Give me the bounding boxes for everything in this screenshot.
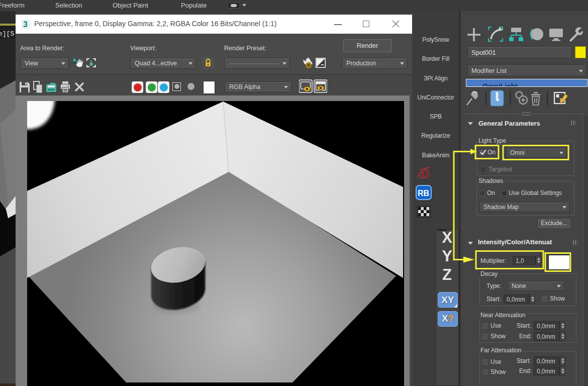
svg-text:e][S: e][S [0,30,14,38]
svg-text:RB: RB [418,189,429,198]
svg-text:D: D [420,167,429,180]
svg-text:3: 3 [23,20,28,29]
